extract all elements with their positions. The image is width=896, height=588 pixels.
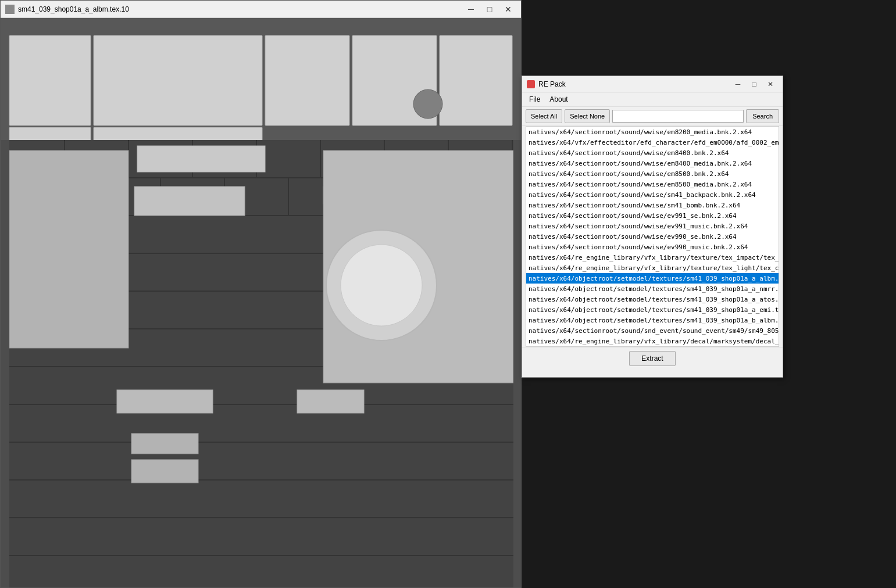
file-list-item[interactable]: natives/x64/re_engine_library/vfx_librar… — [526, 263, 779, 273]
repack-toolbar: Select All Select None Search — [522, 107, 783, 126]
main-content-area — [1, 18, 521, 587]
repack-title-text: RE Pack — [538, 80, 566, 88]
repack-menubar: File About — [522, 92, 783, 107]
svg-rect-3 — [265, 35, 349, 126]
file-list-item[interactable]: natives/x64/sectionroot/sound/wwise/ev99… — [526, 242, 779, 252]
main-window-controls: ─ □ ✕ — [463, 3, 516, 16]
file-list-item[interactable]: natives/x64/sectionroot/sound/snd_event/… — [526, 325, 779, 336]
file-list-item[interactable]: natives/x64/sectionroot/sound/wwise/sm41… — [526, 189, 779, 200]
svg-point-43 — [413, 89, 442, 119]
file-list-item[interactable]: natives/x64/sectionroot/sound/wwise/em85… — [526, 168, 779, 179]
file-list[interactable]: natives/x64/sectionroot/sound/wwise/em82… — [526, 126, 779, 347]
repack-window: RE Pack ─ □ ✕ File About Select All Sele… — [522, 76, 783, 378]
file-list-item[interactable]: natives/x64/objectroot/setmodel/textures… — [526, 284, 779, 294]
menu-about[interactable]: About — [545, 94, 572, 105]
search-button[interactable]: Search — [746, 109, 779, 123]
search-input[interactable] — [612, 110, 744, 123]
app-icon — [5, 5, 15, 14]
repack-minimize-button[interactable]: ─ — [730, 78, 745, 90]
file-list-item[interactable]: natives/x64/objectroot/setmodel/textures… — [526, 304, 779, 315]
repack-maximize-button[interactable]: □ — [747, 78, 762, 90]
file-list-item[interactable]: natives/x64/sectionroot/sound/wwise/em84… — [526, 148, 779, 158]
main-maximize-button[interactable]: □ — [481, 3, 498, 16]
repack-window-controls: ─ □ ✕ — [730, 78, 778, 90]
select-none-button[interactable]: Select None — [565, 109, 610, 123]
svg-rect-6 — [9, 127, 91, 142]
repack-close-button[interactable]: ✕ — [763, 78, 778, 90]
file-list-item[interactable]: natives/x64/sectionroot/sound/wwise/ev99… — [526, 210, 779, 221]
file-list-item[interactable]: natives/x64/sectionroot/sound/wwise/em82… — [526, 127, 779, 137]
file-list-item[interactable]: natives/x64/re_engine_library/vfx_librar… — [526, 336, 779, 346]
main-window-title-text: sm41_039_shop01a_a_albm.tex.10 — [18, 5, 129, 13]
file-list-item[interactable]: natives/x64/re_engine_library/vfx_librar… — [526, 252, 779, 263]
file-list-item[interactable]: natives/x64/vfx/effecteditor/efd_charact… — [526, 137, 779, 148]
main-window: sm41_039_shop01a_a_albm.tex.10 ─ □ ✕ — [0, 0, 522, 588]
menu-file[interactable]: File — [524, 94, 545, 105]
repack-title-area: RE Pack — [527, 80, 566, 88]
file-list-item[interactable]: natives/x64/sectionroot/sound/wwise/em84… — [526, 158, 779, 168]
extract-button[interactable]: Extract — [629, 351, 675, 366]
file-list-item[interactable]: natives/x64/objectroot/setmodel/textures… — [526, 273, 779, 284]
main-close-button[interactable]: ✕ — [500, 3, 516, 16]
file-list-item[interactable]: natives/x64/sectionroot/sound/wwise/sm41… — [526, 200, 779, 210]
texture-preview — [1, 18, 521, 587]
svg-rect-2 — [94, 35, 262, 126]
repack-footer: Extract — [522, 347, 783, 370]
file-list-item[interactable]: natives/x64/sectionroot/sound/wwise/ev99… — [526, 221, 779, 231]
file-list-item[interactable]: natives/x64/objectroot/setmodel/textures… — [526, 315, 779, 325]
svg-rect-50 — [1, 140, 521, 587]
file-list-item[interactable]: natives/x64/objectroot/setmodel/textures… — [526, 294, 779, 304]
main-titlebar: sm41_039_shop01a_a_albm.tex.10 ─ □ ✕ — [1, 1, 521, 18]
file-list-item[interactable]: natives/x64/sectionroot/sound/wwise/em85… — [526, 179, 779, 189]
file-list-item[interactable]: natives/x64/sectionroot/sound/wwise/ev99… — [526, 231, 779, 242]
repack-app-icon — [527, 80, 535, 88]
select-all-button[interactable]: Select All — [526, 109, 562, 123]
main-minimize-button[interactable]: ─ — [463, 3, 479, 16]
repack-titlebar: RE Pack ─ □ ✕ — [522, 76, 783, 92]
svg-rect-7 — [94, 127, 262, 142]
svg-rect-1 — [9, 35, 91, 126]
main-title: sm41_039_shop01a_a_albm.tex.10 — [5, 5, 129, 14]
svg-rect-5 — [440, 35, 512, 126]
